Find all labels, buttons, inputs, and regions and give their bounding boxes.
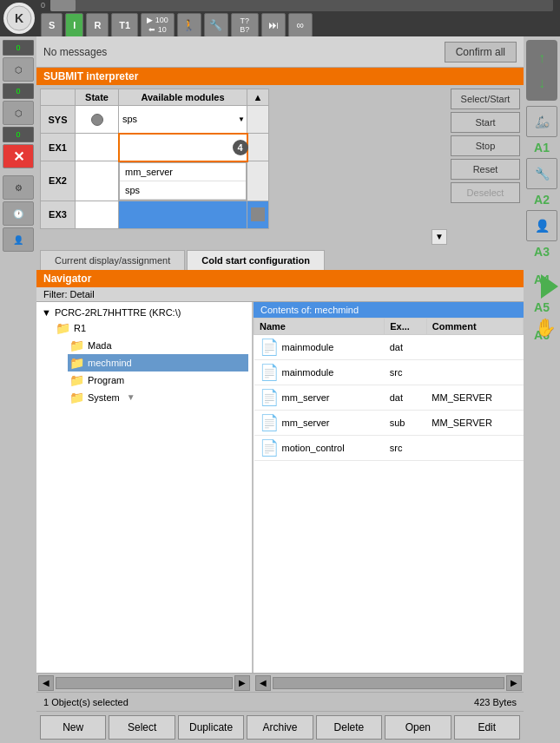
scroll-track-left[interactable]: [56, 677, 233, 689]
tree-root-label: PCRC-2RL7HHTTRE (KRC:\): [55, 307, 181, 318]
t-question-btn[interactable]: T?B?: [231, 13, 259, 37]
tree-label-r1: R1: [74, 323, 86, 333]
scroll-left-arrow-r[interactable]: ◀: [255, 675, 271, 691]
ex1-module-input[interactable]: [123, 142, 243, 153]
left-icon-gear[interactable]: ⚙: [3, 175, 34, 200]
archive-button[interactable]: Archive: [247, 715, 313, 740]
walk-icon-btn[interactable]: 🚶: [177, 13, 201, 37]
tabs-row: Current display/assignment Cold start co…: [36, 248, 524, 270]
table-row[interactable]: 📄 mainmodule dat: [254, 334, 524, 359]
table-row[interactable]: 📄 mm_server dat MM_SERVER: [254, 385, 524, 410]
run-button[interactable]: ▶ 100⬅ 10: [141, 13, 175, 37]
dropdown-options: mm_server sps: [119, 162, 247, 201]
stop-button[interactable]: Stop: [451, 135, 520, 156]
scrollbar-split: ◀ ▶ ◀ ▶: [36, 673, 524, 692]
s-button[interactable]: S: [41, 13, 63, 37]
left-icon-1[interactable]: ⬡: [3, 57, 34, 82]
t1-button[interactable]: T1: [111, 13, 138, 37]
navigator-section: Navigator Filter: Detail ▼ PCRC-2RL7HHTT…: [36, 270, 524, 744]
status-dot-sys: [91, 114, 103, 126]
tree-item-mada[interactable]: 📁 Mada: [68, 337, 248, 354]
left-num-1: 0: [3, 40, 34, 56]
delete-button[interactable]: Delete: [316, 715, 382, 740]
tab-current-display[interactable]: Current display/assignment: [40, 250, 185, 270]
scrollbar-tree: ◀ ▶: [36, 674, 254, 692]
scroll-left-arrow[interactable]: ◀: [38, 675, 54, 691]
row-ex2-state: [76, 161, 119, 201]
start-button[interactable]: Start: [451, 112, 520, 133]
hand-icon[interactable]: ✋: [535, 317, 557, 338]
select-button[interactable]: Select: [109, 715, 175, 740]
scroll-right-arrow-r[interactable]: ▶: [506, 675, 522, 691]
scroll-right-arrow[interactable]: ▶: [234, 675, 250, 691]
i-button[interactable]: I: [65, 13, 83, 37]
reset-button[interactable]: Reset: [451, 159, 520, 180]
deselect-button[interactable]: Deselect: [451, 182, 520, 203]
dropdown-option-sps[interactable]: sps: [120, 181, 246, 200]
contents-header: Contents of: mechmind: [254, 302, 524, 318]
submit-controls: Select/Start Start Stop Reset Deselect: [451, 89, 520, 245]
open-button[interactable]: Open: [385, 715, 451, 740]
left-icon-person[interactable]: 👤: [3, 227, 34, 252]
tree-root[interactable]: ▼ PCRC-2RL7HHTTRE (KRC:\): [40, 306, 248, 319]
row-sys-module[interactable]: ▼: [119, 106, 247, 134]
messages-text: No messages: [43, 46, 445, 58]
system-scroll-down: ▼: [127, 392, 135, 402]
left-icon-2[interactable]: ⬡: [3, 101, 34, 125]
tool-icon-btn[interactable]: 🔧: [204, 13, 228, 37]
progress-bar: [50, 0, 553, 11]
tree-label-program: Program: [88, 375, 124, 385]
edit-button[interactable]: Edit: [454, 715, 520, 740]
confirm-all-button[interactable]: Confirm all: [445, 42, 517, 62]
row-ex1-module[interactable]: 4: [119, 134, 247, 161]
new-button[interactable]: New: [40, 715, 106, 740]
arrow-down-icon: ↓: [538, 76, 545, 90]
tree-item-mechmind[interactable]: 📁 mechmind: [68, 354, 248, 372]
table-row[interactable]: 📄 mainmodule src: [254, 359, 524, 385]
svg-text:K: K: [15, 11, 23, 25]
row-mainmodule-src-name: 📄 mainmodule: [254, 359, 385, 385]
scroll-down-arrow[interactable]: ▼: [432, 229, 447, 245]
col-arrow[interactable]: ▲: [247, 89, 269, 106]
select-start-button[interactable]: Select/Start: [451, 89, 520, 109]
file-name-mainmodule-dat: mainmodule: [282, 342, 334, 352]
dropdown-arrow-sys: ▼: [238, 115, 245, 123]
submit-table-container: State Available modules ▲ SYS: [36, 85, 524, 248]
navigator-body: ▼ PCRC-2RL7HHTTRE (KRC:\) 📁 R1 📁 Mada: [36, 302, 524, 674]
sys-module-input[interactable]: [122, 114, 243, 124]
row-ex3-module[interactable]: [119, 201, 247, 228]
scroll-track-right[interactable]: [273, 677, 504, 689]
dropdown-option-mm-server[interactable]: mm_server: [120, 163, 246, 181]
table-row[interactable]: 📄 mm_server sub MM_SERVER: [254, 410, 524, 435]
col-ext: Ex...: [385, 318, 427, 334]
tree-item-system[interactable]: 📁 System ▼: [68, 389, 248, 406]
left-icon-x[interactable]: ✕: [3, 144, 34, 168]
main-content: No messages Confirm all SUBMIT interpret…: [36, 36, 524, 743]
tree-item-program[interactable]: 📁 Program: [68, 372, 248, 389]
skip-icon-btn[interactable]: ⏭: [261, 13, 286, 37]
status-bytes: 423 Bytes: [474, 697, 517, 707]
robot-icon[interactable]: 🦾: [526, 106, 557, 137]
duplicate-button[interactable]: Duplicate: [178, 715, 244, 740]
row-mmserver-sub-ext: sub: [385, 410, 427, 435]
tree-item-r1[interactable]: 📁 R1: [54, 319, 248, 337]
badge-4: 4: [233, 140, 248, 155]
tab-cold-start[interactable]: Cold start configuration: [187, 250, 325, 270]
row-motion-src-ext: src: [385, 435, 427, 460]
scrollbar-contents: ◀ ▶: [254, 674, 524, 692]
ex3-module-input[interactable]: [119, 209, 247, 220]
status-bar: 1 Object(s) selected 423 Bytes: [36, 692, 524, 711]
infinity-btn[interactable]: ∞: [288, 13, 313, 37]
play-icon[interactable]: [541, 274, 558, 299]
left-num-2: 0: [3, 83, 34, 99]
submit-section: SUBMIT interpreter State Available modul…: [36, 68, 524, 248]
left-icon-clock[interactable]: 🕐: [3, 201, 34, 226]
person-icon[interactable]: 👤: [526, 210, 557, 241]
nav-arrows-widget[interactable]: ↑ ↓: [526, 40, 557, 101]
logo[interactable]: K: [3, 3, 35, 34]
row-ex3-label: EX3: [41, 201, 76, 228]
wrench-icon[interactable]: 🔧: [526, 158, 557, 189]
table-row[interactable]: 📄 motion_control src: [254, 435, 524, 460]
r-button[interactable]: R: [86, 13, 109, 37]
collapse-icon: ▼: [42, 307, 51, 318]
